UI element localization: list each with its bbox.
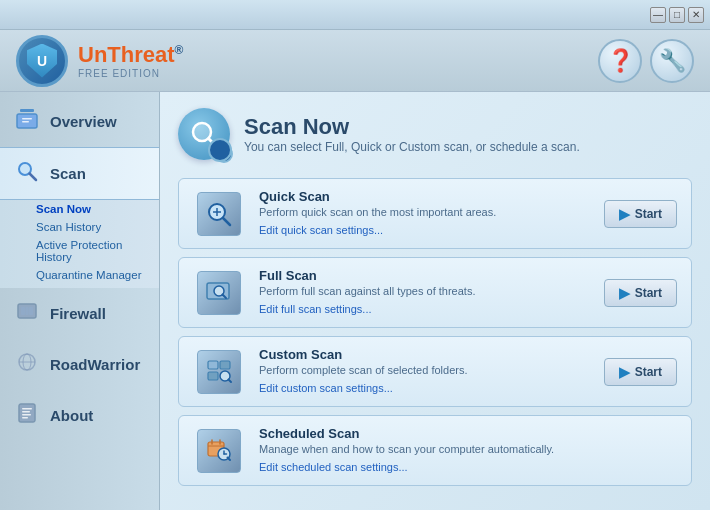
full-scan-card: Full Scan Perform full scan against all … — [178, 257, 692, 328]
page-header: Scan Now You can select Full, Quick or C… — [178, 108, 692, 160]
header-buttons: ❓ 🔧 — [598, 39, 694, 83]
svg-rect-13 — [19, 404, 35, 422]
sidebar-item-about[interactable]: About — [0, 390, 159, 441]
scheduled-scan-icon-bg — [197, 429, 241, 473]
app-name-post: Threat — [107, 42, 174, 67]
full-scan-start-label: Start — [635, 286, 662, 300]
about-label: About — [50, 407, 93, 424]
play-icon-full: ▶ — [619, 285, 630, 301]
scan-submenu: Scan Now Scan History Active Protection … — [0, 200, 159, 288]
sub-item-scan-now[interactable]: Scan Now — [0, 200, 159, 218]
page-title: Scan Now — [244, 114, 580, 140]
help-button[interactable]: ❓ — [598, 39, 642, 83]
full-scan-text: Full Scan Perform full scan against all … — [259, 268, 590, 317]
edition-label: FREE EDITION — [78, 68, 183, 79]
scheduled-scan-icon — [193, 427, 245, 475]
scheduled-scan-desc: Manage when and how to scan your compute… — [259, 443, 677, 455]
roadwarrior-icon — [14, 351, 40, 378]
sidebar-item-roadwarrior[interactable]: RoadWarrior — [0, 339, 159, 390]
custom-scan-icon-bg — [197, 350, 241, 394]
app-name: UnThreat® — [78, 42, 183, 68]
svg-rect-17 — [22, 417, 28, 419]
scheduled-scan-title: Scheduled Scan — [259, 426, 677, 441]
page-header-icon — [178, 108, 230, 160]
custom-scan-desc: Perform complete scan of selected folder… — [259, 364, 590, 376]
quick-scan-title: Quick Scan — [259, 189, 590, 204]
app-body: Overview Scan Scan Now Scan History Acti… — [0, 92, 710, 510]
svg-line-39 — [228, 457, 231, 460]
svg-rect-9 — [29, 307, 33, 315]
scan-label: Scan — [50, 165, 86, 182]
scan-icon — [14, 160, 40, 187]
quick-scan-card: Quick Scan Perform quick scan on the mos… — [178, 178, 692, 249]
full-scan-icon — [193, 269, 245, 317]
about-icon — [14, 402, 40, 429]
full-scan-start-button[interactable]: ▶ Start — [604, 279, 677, 307]
main-content: Scan Now You can select Full, Quick or C… — [160, 92, 710, 510]
svg-line-33 — [229, 379, 232, 382]
svg-line-23 — [223, 218, 230, 225]
quick-scan-icon — [193, 190, 245, 238]
quick-scan-settings-link[interactable]: Edit quick scan settings... — [259, 224, 383, 236]
svg-rect-7 — [21, 307, 25, 315]
play-icon-custom: ▶ — [619, 364, 630, 380]
app-name-pre: Un — [78, 42, 107, 67]
full-scan-icon-bg — [197, 271, 241, 315]
logo-letter: U — [37, 53, 47, 69]
settings-icon: 🔧 — [659, 48, 686, 74]
maximize-button[interactable]: □ — [669, 7, 685, 23]
full-scan-desc: Perform full scan against all types of t… — [259, 285, 590, 297]
minimize-button[interactable]: — — [650, 7, 666, 23]
quick-scan-start-label: Start — [635, 207, 662, 221]
quick-scan-desc: Perform quick scan on the most important… — [259, 206, 590, 218]
sub-item-scan-history[interactable]: Scan History — [0, 218, 159, 236]
svg-rect-14 — [22, 408, 32, 410]
svg-rect-3 — [22, 121, 29, 123]
custom-scan-title: Custom Scan — [259, 347, 590, 362]
svg-rect-8 — [26, 307, 29, 315]
sidebar-item-firewall[interactable]: Firewall — [0, 288, 159, 339]
full-scan-title: Full Scan — [259, 268, 590, 283]
firewall-icon — [14, 300, 40, 327]
sub-item-quarantine[interactable]: Quarantine Manager — [0, 266, 159, 284]
sub-item-active-protection[interactable]: Active Protection History — [0, 236, 159, 266]
svg-line-19 — [209, 139, 217, 147]
settings-button[interactable]: 🔧 — [650, 39, 694, 83]
custom-scan-start-button[interactable]: ▶ Start — [604, 358, 677, 386]
svg-rect-2 — [22, 118, 32, 120]
app-header: U UnThreat® FREE EDITION ❓ 🔧 — [0, 30, 710, 92]
trademark: ® — [175, 43, 184, 57]
close-button[interactable]: ✕ — [688, 7, 704, 23]
titlebar: — □ ✕ — [0, 0, 710, 30]
scheduled-scan-card: Scheduled Scan Manage when and how to sc… — [178, 415, 692, 486]
full-scan-settings-link[interactable]: Edit full scan settings... — [259, 303, 372, 315]
page-title-area: Scan Now You can select Full, Quick or C… — [244, 114, 580, 154]
play-icon: ▶ — [619, 206, 630, 222]
logo-shield-inner: U — [27, 44, 57, 78]
help-icon: ❓ — [607, 48, 634, 74]
roadwarrior-label: RoadWarrior — [50, 356, 140, 373]
custom-scan-start-label: Start — [635, 365, 662, 379]
sidebar-item-scan[interactable]: Scan — [0, 147, 159, 200]
custom-scan-settings-link[interactable]: Edit custom scan settings... — [259, 382, 393, 394]
overview-label: Overview — [50, 113, 117, 130]
svg-rect-15 — [22, 411, 30, 413]
quick-scan-icon-bg — [197, 192, 241, 236]
svg-line-5 — [30, 174, 37, 181]
sidebar: Overview Scan Scan Now Scan History Acti… — [0, 92, 160, 510]
logo-text-area: UnThreat® FREE EDITION — [78, 42, 183, 79]
sidebar-item-overview[interactable]: Overview — [0, 96, 159, 147]
svg-rect-29 — [208, 361, 218, 369]
svg-rect-30 — [220, 361, 230, 369]
svg-rect-1 — [20, 109, 34, 112]
custom-scan-icon — [193, 348, 245, 396]
firewall-label: Firewall — [50, 305, 106, 322]
logo-area: U UnThreat® FREE EDITION — [16, 35, 183, 87]
app-frame: U UnThreat® FREE EDITION ❓ 🔧 — [0, 30, 710, 510]
scheduled-scan-settings-link[interactable]: Edit scheduled scan settings... — [259, 461, 408, 473]
page-subtitle: You can select Full, Quick or Custom sca… — [244, 140, 580, 154]
custom-scan-text: Custom Scan Perform complete scan of sel… — [259, 347, 590, 396]
quick-scan-start-button[interactable]: ▶ Start — [604, 200, 677, 228]
scheduled-scan-text: Scheduled Scan Manage when and how to sc… — [259, 426, 677, 475]
svg-rect-31 — [208, 372, 218, 380]
